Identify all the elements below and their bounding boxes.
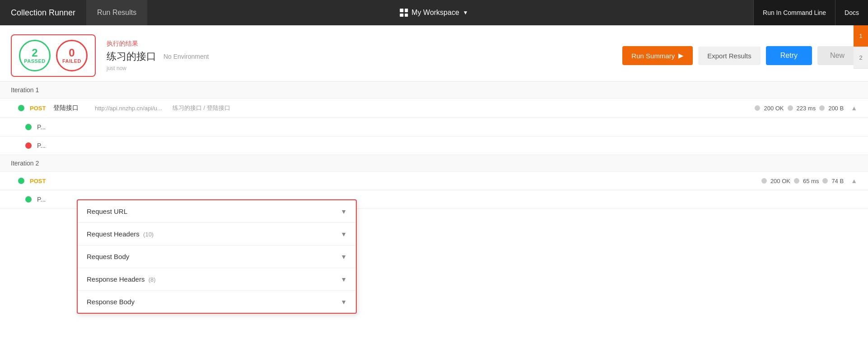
request-url: http://api.nnzhp.cn/api/u... [95,105,167,112]
method-badge: POST [30,105,48,112]
nav-collection-runner[interactable]: Collection Runner [0,0,86,25]
dropdown-panel: Request URL ▼ Request Headers (10) ▼ Req… [77,199,357,314]
grid-icon [400,9,408,17]
failed-label: FAILED [62,58,81,64]
run-results-label: Run Results [97,9,136,17]
status-dot-failed [25,142,32,149]
table-row[interactable]: POST 登陆接口 http://api.nnzhp.cn/api/u... 练… [0,99,868,118]
request-name: 登陆接口 [53,104,89,112]
response-time: 65 ms [803,178,819,184]
iteration-2-header: Iteration 2 [0,155,868,172]
side-num-1[interactable]: 1 [854,25,868,47]
results-header: 2 PASSED 0 FAILED 执行的结果 练习的接口 No Environ… [0,25,868,82]
dropdown-item-response-headers[interactable]: Response Headers (8) ▼ [78,268,356,291]
status-indicator [755,105,760,111]
request-name: P... [37,123,73,131]
dropdown-chevron-icon: ▼ [341,208,347,215]
response-size: 200 B [828,105,844,112]
status-indicator [761,178,767,184]
request-name: P... [37,142,73,149]
nav-right: Run In Command Line Docs [753,0,868,25]
iteration-2-label: Iteration 2 [11,160,39,167]
dropdown-chevron-icon: ▼ [341,253,347,260]
passed-count: 2 [32,47,37,58]
failed-count: 0 [69,47,75,58]
collection-info: 执行的结果 练习的接口 No Environment just now [107,40,209,71]
dropdown-chevron-icon: ▼ [341,298,347,306]
table-row[interactable]: POST 200 OK 65 ms 74 B ▲ [0,172,868,190]
status-dot-passed [25,196,32,203]
table-row[interactable]: P... [0,137,868,155]
http-status: 200 OK [764,105,784,112]
side-numbers-panel: 1 2 [854,25,868,69]
dropdown-item-label: Request Headers (10) [87,230,154,238]
collapse-arrow-icon[interactable]: ▲ [851,104,857,112]
iteration-1-label: Iteration 1 [11,86,39,94]
method-badge: POST [30,178,48,184]
dropdown-item-label: Request Body [87,253,129,260]
header-actions: Run Summary ▶ Export Results Retry New [622,46,857,65]
run-summary-label: Run Summary [631,52,675,60]
new-button[interactable]: New [817,46,857,65]
stats-box: 2 PASSED 0 FAILED [11,34,96,77]
iteration-1-header: Iteration 1 [0,82,868,99]
collapse-arrow-icon[interactable]: ▲ [851,177,857,184]
dropdown-item-request-url[interactable]: Request URL ▼ [78,200,356,223]
passed-circle: 2 PASSED [19,40,51,71]
size-indicator [822,178,828,184]
size-indicator [819,105,825,111]
dropdown-chevron-icon: ▼ [341,276,347,283]
status-dot-passed [18,178,24,184]
request-path: 练习的接口 / 登陆接口 [173,104,749,112]
nav-run-results[interactable]: Run Results [86,0,147,25]
status-dot-passed [25,124,32,130]
passed-label: PASSED [24,58,45,64]
response-time: 223 ms [797,105,816,112]
executing-label: 执行的结果 [107,40,209,48]
collection-name: 练习的接口 [107,50,156,63]
collection-time: just now [107,65,209,71]
top-nav: Collection Runner Run Results My Workspa… [0,0,868,25]
docs-button[interactable]: Docs [835,0,868,25]
dropdown-item-label: Response Body [87,298,135,306]
http-status: 200 OK [770,178,790,184]
dropdown-item-response-body[interactable]: Response Body ▼ [78,291,356,313]
export-results-button[interactable]: Export Results [698,47,761,65]
response-size: 74 B [831,178,844,184]
request-name: P... [37,196,73,203]
failed-circle: 0 FAILED [56,40,88,71]
collection-env: No Environment [163,53,209,60]
collection-runner-label: Collection Runner [11,8,75,18]
side-num-2[interactable]: 2 [854,47,868,69]
time-indicator [788,105,793,111]
status-dot-passed [18,105,24,111]
workspace-label: My Workspace [411,9,459,17]
request-meta: 200 OK 65 ms 74 B ▲ [761,177,857,184]
dropdown-item-label: Response Headers (8) [87,275,156,283]
results-list: Iteration 1 POST 登陆接口 http://api.nnzhp.c… [0,82,868,349]
workspace-chevron-icon: ▼ [463,9,468,16]
request-meta: 200 OK 223 ms 200 B ▲ [755,104,857,112]
run-summary-button[interactable]: Run Summary ▶ [622,46,693,65]
run-command-line-button[interactable]: Run In Command Line [753,0,835,25]
table-row[interactable]: P... [0,118,868,137]
dropdown-chevron-icon: ▼ [341,231,347,238]
nav-workspace[interactable]: My Workspace ▼ [400,9,468,17]
retry-button[interactable]: Retry [766,46,812,65]
dropdown-item-request-headers[interactable]: Request Headers (10) ▼ [78,223,356,245]
run-summary-arrow-icon: ▶ [678,52,684,60]
time-indicator [794,178,799,184]
dropdown-item-request-body[interactable]: Request Body ▼ [78,245,356,268]
dropdown-item-label: Request URL [87,208,127,215]
main-content: 2 PASSED 0 FAILED 执行的结果 练习的接口 No Environ… [0,25,868,349]
